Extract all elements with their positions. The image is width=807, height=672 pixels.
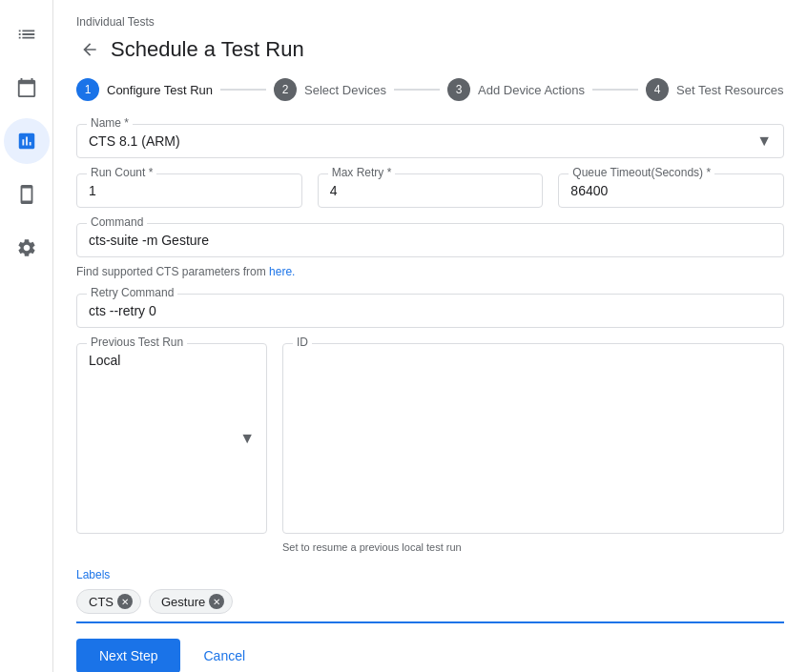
page-header: Schedule a Test Run xyxy=(53,32,807,78)
chip-gesture: Gesture ✕ xyxy=(149,589,233,614)
hint-link[interactable]: here. xyxy=(269,265,295,278)
id-hint: Set to resume a previous local test run xyxy=(282,541,784,553)
command-input[interactable] xyxy=(89,233,772,248)
page-title: Schedule a Test Run xyxy=(111,37,304,62)
run-count-field-group: Run Count * xyxy=(76,173,302,208)
run-count-input[interactable] xyxy=(89,183,290,198)
step-4: 4 Set Test Resources xyxy=(646,78,783,101)
prev-dropdown-icon: ▼ xyxy=(239,430,255,447)
chip-gesture-close[interactable]: ✕ xyxy=(209,594,224,609)
sidebar-item-list[interactable] xyxy=(4,11,50,57)
step-2-label: Select Devices xyxy=(304,83,386,97)
sidebar-item-phone[interactable] xyxy=(4,172,50,217)
name-label: Name * xyxy=(87,116,133,130)
queue-timeout-input[interactable] xyxy=(570,183,772,198)
name-field-group: Name * CTS 8.1 (ARM) ▼ xyxy=(76,124,784,158)
count-retry-timeout-row: Run Count * Max Retry * Queue Timeout(Se… xyxy=(76,173,784,208)
prev-test-run-select[interactable]: Local xyxy=(89,353,255,368)
step-4-label: Set Test Resources xyxy=(676,83,783,97)
breadcrumb: Individual Tests xyxy=(53,0,807,32)
id-input[interactable] xyxy=(295,353,772,368)
max-retry-label: Max Retry * xyxy=(328,166,396,179)
prev-test-run-field-group: Previous Test Run Local ▼ xyxy=(76,343,267,534)
step-2: 2 Select Devices xyxy=(274,78,386,101)
command-label: Command xyxy=(87,215,147,229)
form-area: Name * CTS 8.1 (ARM) ▼ Run Count * Max R… xyxy=(53,124,807,623)
step-3: 3 Add Device Actions xyxy=(447,78,585,101)
step-3-label: Add Device Actions xyxy=(478,83,585,97)
step-1-circle: 1 xyxy=(76,78,99,101)
cancel-button[interactable]: Cancel xyxy=(196,639,253,672)
step-connector-1 xyxy=(220,89,266,91)
prev-test-run-label: Previous Test Run xyxy=(87,336,187,349)
chip-cts: CTS ✕ xyxy=(76,589,141,614)
step-3-circle: 3 xyxy=(447,78,470,101)
back-button[interactable] xyxy=(76,36,103,63)
max-retry-input[interactable] xyxy=(330,183,531,198)
retry-command-label: Retry Command xyxy=(87,286,177,299)
name-select[interactable]: CTS 8.1 (ARM) xyxy=(89,133,772,149)
labels-title: Labels xyxy=(76,568,784,581)
next-step-button[interactable]: Next Step xyxy=(76,639,180,672)
stepper: 1 Configure Test Run 2 Select Devices 3 … xyxy=(53,78,807,124)
step-1: 1 Configure Test Run xyxy=(76,78,213,101)
step-connector-3 xyxy=(592,89,638,91)
sidebar-item-chart[interactable] xyxy=(4,118,50,164)
prev-test-row: Previous Test Run Local ▼ ID Set to resu… xyxy=(76,343,784,553)
run-count-label: Run Count * xyxy=(87,166,156,179)
main-content: Individual Tests Schedule a Test Run 1 C… xyxy=(53,0,807,672)
retry-command-input[interactable] xyxy=(89,303,772,318)
step-2-circle: 2 xyxy=(274,78,297,101)
retry-command-field-group: Retry Command xyxy=(76,294,784,328)
chip-gesture-label: Gesture xyxy=(161,595,205,609)
hint-text-prefix: Find supported CTS parameters from xyxy=(76,265,269,278)
queue-timeout-field-group: Queue Timeout(Seconds) * xyxy=(558,173,784,208)
sidebar xyxy=(0,0,53,672)
queue-timeout-label: Queue Timeout(Seconds) * xyxy=(569,166,714,179)
chips-row: CTS ✕ Gesture ✕ xyxy=(76,589,784,614)
max-retry-field-group: Max Retry * xyxy=(318,173,544,208)
command-field-group: Command xyxy=(76,223,784,257)
id-label: ID xyxy=(293,336,312,349)
sidebar-item-settings[interactable] xyxy=(4,225,50,271)
labels-section: Labels CTS ✕ Gesture ✕ xyxy=(76,568,784,623)
command-hint: Find supported CTS parameters from here. xyxy=(76,265,784,278)
actions-row: Next Step Cancel xyxy=(53,623,807,672)
chip-cts-label: CTS xyxy=(89,595,114,609)
step-1-label: Configure Test Run xyxy=(107,83,213,97)
step-connector-2 xyxy=(394,89,440,91)
step-4-circle: 4 xyxy=(646,78,669,101)
chip-cts-close[interactable]: ✕ xyxy=(117,594,133,609)
id-field-group: ID xyxy=(282,343,784,534)
sidebar-item-calendar[interactable] xyxy=(4,65,50,111)
